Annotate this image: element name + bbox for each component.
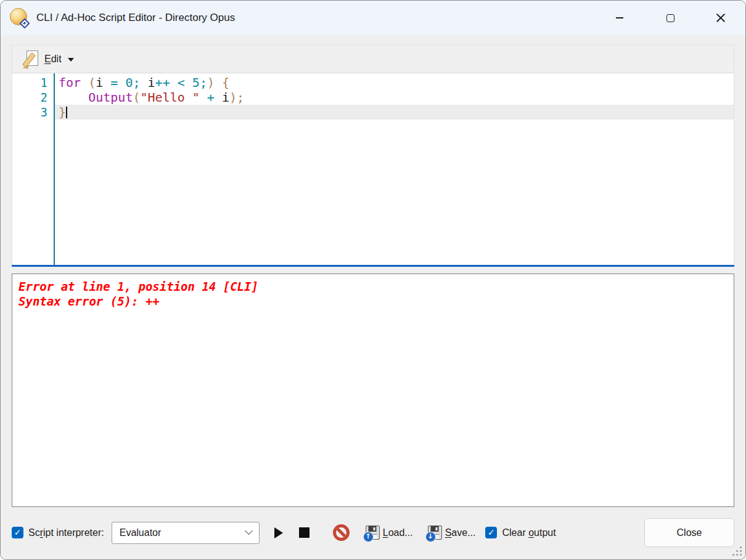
- floppy-load-icon: ↑: [366, 526, 380, 540]
- editor-focus-underline: [12, 265, 734, 267]
- clear-output-label: Clear output: [502, 527, 555, 538]
- chevron-down-icon: [245, 527, 253, 535]
- window-controls: [583, 1, 745, 35]
- error-line-1: Error at line 1, position 14 [CLI]: [18, 279, 728, 294]
- check-icon: ✓: [14, 527, 22, 537]
- dropdown-caret-icon: [68, 58, 74, 62]
- output-panel[interactable]: Error at line 1, position 14 [CLI] Synta…: [12, 274, 734, 507]
- script-interpreter-toggle[interactable]: ✓ Script interpreter:: [12, 527, 104, 538]
- check-icon: ✓: [488, 527, 495, 537]
- line-number: 3: [12, 105, 47, 120]
- stop-script-button[interactable]: [295, 522, 314, 543]
- close-icon: [716, 13, 726, 23]
- code-area: for (i = 0; i++ < 5;) { Output("Hello " …: [55, 75, 734, 265]
- run-script-button[interactable]: [269, 522, 288, 543]
- text-caret: [66, 107, 67, 118]
- titlebar[interactable]: CLI / Ad-Hoc Script Editor - Directory O…: [1, 1, 745, 35]
- minimize-button[interactable]: [605, 1, 634, 35]
- resize-grip[interactable]: [732, 546, 742, 556]
- maximize-button[interactable]: [656, 1, 684, 35]
- script-interpreter-label: Script interpreter:: [28, 527, 104, 538]
- load-button-label: Load...: [383, 527, 413, 538]
- code-line: Output("Hello " + i);: [55, 90, 734, 105]
- maximize-icon: [666, 14, 674, 22]
- script-interpreter-checkbox[interactable]: ✓: [12, 527, 23, 538]
- edit-pencil-icon: [22, 50, 39, 68]
- code-editor[interactable]: 123 for (i = 0; i++ < 5;) { Output("Hell…: [12, 73, 734, 265]
- clear-output-checkbox[interactable]: ✓: [485, 527, 497, 538]
- stop-icon: [299, 527, 309, 538]
- save-arrow-icon: ↓: [425, 532, 436, 542]
- edit-menu-button[interactable]: Edit: [17, 47, 79, 71]
- script-editor-frame: Edit 123 for (i = 0; i++ < 5;) { Output(…: [12, 45, 734, 267]
- play-icon: [274, 527, 283, 538]
- close-button[interactable]: Close: [644, 518, 734, 547]
- line-number-gutter: 123: [12, 75, 54, 265]
- clear-output-toggle[interactable]: ✓ Clear output: [485, 527, 555, 538]
- editor-toolbar: Edit: [12, 46, 734, 73]
- line-number: 1: [12, 75, 47, 90]
- load-arrow-icon: ↑: [363, 532, 374, 542]
- edit-menu-label: Edit: [44, 54, 62, 65]
- minimize-icon: [616, 17, 623, 18]
- floppy-save-icon: ↓: [428, 526, 442, 540]
- save-button[interactable]: ↓ Save...: [428, 526, 476, 540]
- interpreter-selected-value: Evaluator: [120, 527, 162, 538]
- code-line: for (i = 0; i++ < 5;) {: [55, 75, 734, 90]
- save-button-label: Save...: [445, 527, 476, 538]
- dialog-body: Edit 123 for (i = 0; i++ < 5;) { Output(…: [1, 35, 745, 559]
- prohibition-icon: [333, 524, 350, 541]
- abort-button[interactable]: [332, 522, 351, 543]
- error-line-2: Syntax error (5): ++: [18, 294, 728, 309]
- window-title: CLI / Ad-Hoc Script Editor - Directory O…: [36, 12, 235, 24]
- directory-opus-app-icon: [9, 7, 30, 28]
- code-line: }: [55, 105, 734, 120]
- close-window-button[interactable]: [707, 1, 735, 35]
- dialog-window: CLI / Ad-Hoc Script Editor - Directory O…: [0, 0, 746, 560]
- footer-bar: ✓ Script interpreter: Evaluator ↑: [12, 518, 734, 547]
- interpreter-select[interactable]: Evaluator: [112, 522, 260, 544]
- load-button[interactable]: ↑ Load...: [366, 526, 413, 540]
- line-number: 2: [12, 90, 47, 105]
